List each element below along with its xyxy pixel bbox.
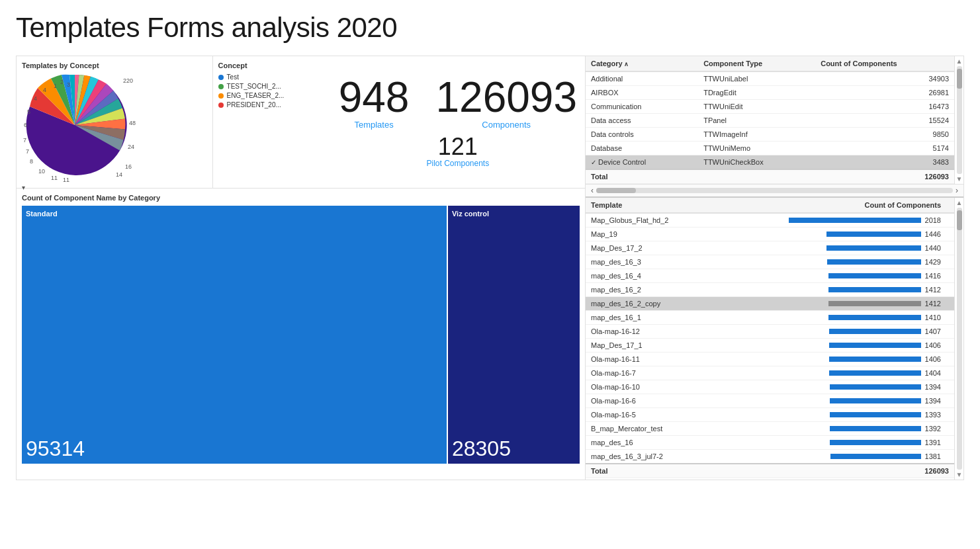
tmpl-cell-name-6: map_des_16_2_copy: [586, 297, 711, 311]
cat-col-type[interactable]: Component Type: [690, 56, 815, 71]
components-label: Components: [435, 120, 577, 130]
horiz-left-btn[interactable]: ‹: [588, 186, 596, 195]
tmpl-cell-count-14: 1393: [711, 408, 954, 422]
tmpl-cell-count-10: 1406: [711, 353, 954, 366]
category-row-4[interactable]: Data controlsTTWImageInf9850: [586, 128, 954, 142]
category-row-0[interactable]: AdditionalTTWUniLabel34903: [586, 71, 954, 86]
template-row-3[interactable]: map_des_16_31429: [586, 255, 954, 269]
scroll-track: [957, 66, 962, 174]
pie-label-48: 48: [129, 120, 136, 126]
tmpl-scroll-up[interactable]: ▲: [956, 199, 963, 206]
legend-label-2: ENG_TEASER_2...: [227, 92, 285, 99]
pie-label-24: 24: [128, 144, 134, 150]
pie-label-5: 5: [27, 108, 30, 115]
pie-title: Templates by Concept: [22, 62, 212, 69]
category-row-2[interactable]: CommunicationTTWUniEdit16473: [586, 100, 954, 114]
cat-cell-category-5: Database: [586, 142, 690, 155]
tmpl-cell-count-4: 1416: [711, 269, 954, 283]
cat-cell-type-4: TTWImageInf: [690, 128, 815, 142]
cat-col-category[interactable]: Category: [586, 56, 690, 71]
tmpl-col-template[interactable]: Template: [586, 198, 711, 213]
pie-label-2: 2: [60, 79, 64, 85]
category-table: Category Component Type Count of Compone…: [586, 56, 954, 184]
templates-label: Templates: [339, 120, 410, 130]
cat-cell-type-2: TTWUniEdit: [690, 100, 815, 114]
pilot-count: 121: [426, 135, 489, 159]
template-table: Template Count of Components Map_Globus_…: [586, 198, 954, 478]
template-row-14[interactable]: Ola-map-16-51393: [586, 408, 954, 422]
template-row-12[interactable]: Ola-map-16-101394: [586, 380, 954, 394]
tmpl-cell-name-7: map_des_16_1: [586, 311, 711, 325]
cat-cell-category-6: ✓Device Control: [586, 155, 690, 170]
template-row-13[interactable]: Ola-map-16-61394: [586, 394, 954, 408]
template-row-16[interactable]: map_des_161391: [586, 436, 954, 450]
tmpl-cell-count-3: 1429: [711, 255, 954, 269]
tmpl-cell-name-10: Ola-map-16-11: [586, 353, 711, 366]
template-row-10[interactable]: Ola-map-16-111406: [586, 353, 954, 366]
tmpl-cell-count-0: 2018: [711, 213, 954, 228]
cat-cell-count-2: 16473: [815, 100, 954, 114]
components-stat: 126093 Components: [435, 76, 577, 130]
tmpl-scroll-track: [957, 208, 962, 470]
cat-cell-count-1: 26981: [815, 86, 954, 100]
template-scrollbar[interactable]: ▲ ▼: [954, 198, 963, 480]
pie-label-3: 3: [67, 81, 70, 88]
legend-item-0: Test: [218, 73, 326, 81]
bar-viz-control[interactable]: Viz control 28305: [448, 206, 580, 464]
template-row-1[interactable]: Map_191446: [586, 228, 954, 241]
main-container: Templates Forms analysis 2020 Templates …: [0, 0, 980, 487]
template-row-8[interactable]: Ola-map-16-121407: [586, 325, 954, 339]
tmpl-cell-count-7: 1410: [711, 311, 954, 325]
tmpl-cell-name-1: Map_19: [586, 228, 711, 241]
horiz-scrollbar[interactable]: ‹ ›: [586, 184, 963, 196]
template-row-5[interactable]: map_des_16_21412: [586, 283, 954, 297]
template-row-9[interactable]: Map_Des_17_11406: [586, 339, 954, 353]
cat-cell-count-5: 5174: [815, 142, 954, 155]
pie-expand-button[interactable]: ▾: [22, 184, 212, 191]
cat-cell-count-0: 34903: [815, 71, 954, 86]
category-row-1[interactable]: AIRBOXTDragEdit26981: [586, 86, 954, 100]
pie-label-1: 1: [54, 83, 57, 89]
legend-label-1: TEST_SOCHI_2...: [227, 83, 281, 90]
tmpl-cell-count-9: 1406: [711, 339, 954, 353]
template-row-6[interactable]: map_des_16_2_copy1412: [586, 297, 954, 311]
pie-label-220: 220: [123, 77, 133, 84]
tmpl-cell-name-8: Ola-map-16-12: [586, 325, 711, 339]
legend-section: Concept Test TEST_SOCHI_2... ENG_TEASER_…: [213, 56, 331, 188]
category-row-6[interactable]: ✓Device ControlTTWUniCheckBox3483: [586, 155, 954, 170]
template-row-4[interactable]: map_des_16_41416: [586, 269, 954, 283]
template-total-value: 126093: [924, 467, 949, 475]
tmpl-cell-name-13: Ola-map-16-6: [586, 394, 711, 408]
bar-viz-value: 28305: [452, 437, 511, 461]
tmpl-cell-name-4: map_des_16_4: [586, 269, 711, 283]
tmpl-cell-count-5: 1412: [711, 283, 954, 297]
template-row-2[interactable]: Map_Des_17_21440: [586, 241, 954, 255]
tmpl-cell-name-2: Map_Des_17_2: [586, 241, 711, 255]
category-total-row: Total 126093: [586, 169, 954, 184]
category-row-5[interactable]: DatabaseTTWUniMemo5174: [586, 142, 954, 155]
horiz-right-btn[interactable]: ›: [953, 186, 961, 195]
category-table-section: Category Component Type Count of Compone…: [586, 56, 963, 198]
tmpl-scroll-thumb: [957, 210, 962, 230]
bar-standard-label: Standard: [26, 210, 58, 218]
template-row-11[interactable]: Ola-map-16-71404: [586, 366, 954, 380]
category-scrollbar[interactable]: ▲ ▼: [954, 56, 963, 184]
tmpl-cell-count-16: 1391: [711, 436, 954, 450]
template-row-0[interactable]: Map_Globus_Flat_hd_22018: [586, 213, 954, 228]
template-row-15[interactable]: B_map_Mercator_test1392: [586, 422, 954, 436]
category-row-3[interactable]: Data accessTPanel15524: [586, 114, 954, 128]
tmpl-cell-count-17: 1381: [711, 450, 954, 464]
template-row-17[interactable]: map_des_16_3_jul7-21381: [586, 450, 954, 464]
scroll-up-btn[interactable]: ▲: [956, 58, 963, 65]
cat-cell-type-5: TTWUniMemo: [690, 142, 815, 155]
cat-col-count[interactable]: Count of Components: [815, 56, 954, 71]
tmpl-col-count[interactable]: Count of Components: [711, 198, 954, 213]
tmpl-cell-count-6: 1412: [711, 297, 954, 311]
tmpl-cell-name-9: Map_Des_17_1: [586, 339, 711, 353]
tmpl-scroll-down[interactable]: ▼: [956, 471, 963, 478]
template-row-7[interactable]: map_des_16_11410: [586, 311, 954, 325]
pie-chart-svg: [22, 72, 128, 178]
scroll-down-btn[interactable]: ▼: [956, 175, 963, 183]
tmpl-cell-name-14: Ola-map-16-5: [586, 408, 711, 422]
bar-standard[interactable]: Standard 95314: [22, 206, 447, 464]
